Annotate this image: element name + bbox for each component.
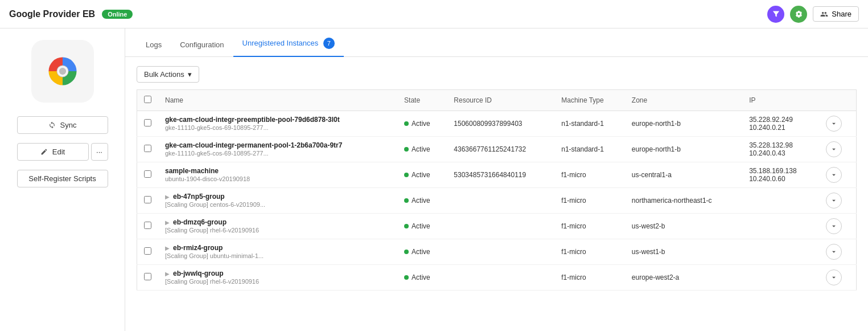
header-right: Share (767, 6, 859, 23)
chevron-down-icon (830, 222, 838, 230)
expand-icon[interactable]: ▶ (165, 219, 170, 226)
row-action-button[interactable] (826, 116, 842, 132)
col-machine-type: Machine Type (554, 90, 625, 111)
row-resource-id-cell (447, 265, 554, 291)
row-ip-cell: 35.228.92.24910.240.0.21 (742, 111, 819, 137)
state-label: Active (412, 273, 430, 281)
row-name-secondary: ubuntu-1904-disco-v20190918 (165, 175, 250, 182)
row-checkbox-cell (137, 214, 159, 239)
expand-icon[interactable]: ▶ (165, 194, 170, 200)
row-action-button[interactable] (826, 193, 842, 209)
row-name-secondary: [Scaling Group] rhel-6-v20190916 (165, 278, 259, 285)
row-checkbox-7[interactable] (144, 273, 151, 280)
row-state-cell: Active (397, 111, 447, 137)
state-label: Active (412, 248, 430, 256)
row-name-primary: gke-cam-cloud-integr-permanent-pool-1-2b… (165, 141, 342, 149)
row-name-secondary: [Scaling Group] ubuntu-minimal-1... (165, 252, 264, 259)
row-machine-type-cell: f1-micro (554, 265, 625, 291)
tab-logs[interactable]: Logs (137, 34, 171, 57)
row-name-cell: sample-machineubuntu-1904-disco-v2019091… (158, 162, 397, 188)
row-name-primary: eb-47np5-group (173, 193, 225, 201)
row-zone-cell: europe-west2-a (625, 265, 742, 291)
bulk-actions-button[interactable]: Bulk Actions ▾ (137, 66, 199, 83)
edit-row: Edit ··· (17, 143, 108, 161)
status-dot (404, 147, 409, 152)
col-state: State (397, 90, 447, 111)
row-ip-cell (742, 239, 819, 265)
row-action-cell (819, 265, 857, 291)
bulk-actions-label: Bulk Actions (144, 70, 184, 79)
col-zone: Zone (625, 90, 742, 111)
online-badge: Online (102, 10, 133, 19)
row-checkbox-4[interactable] (144, 196, 151, 203)
row-checkbox-3[interactable] (144, 170, 151, 178)
edit-label: Edit (52, 148, 65, 156)
row-action-button[interactable] (826, 141, 842, 157)
select-all-col (137, 90, 159, 111)
row-name-cell: ▶eb-jwwlq-group[Scaling Group] rhel-6-v2… (158, 265, 397, 291)
table-area: Bulk Actions ▾ Name State Resource ID Ma… (125, 57, 868, 331)
more-actions-button[interactable]: ··· (91, 143, 108, 161)
row-state-cell: Active (397, 265, 447, 291)
row-name-cell: ▶eb-47np5-group[Scaling Group] centos-6-… (158, 188, 397, 214)
row-machine-type-cell: n1-standard-1 (554, 137, 625, 162)
share-label: Share (832, 10, 851, 18)
select-all-checkbox[interactable] (144, 96, 151, 103)
filter-icon-button[interactable] (767, 6, 784, 23)
row-resource-id-cell: 5303485731664840119 (447, 162, 554, 188)
more-label: ··· (96, 148, 102, 156)
status-dot (404, 173, 409, 177)
state-label: Active (412, 222, 430, 230)
row-action-cell (819, 111, 857, 137)
chevron-down-icon (830, 248, 838, 256)
row-checkbox-5[interactable] (144, 222, 151, 229)
col-resource-id: Resource ID (447, 90, 554, 111)
row-name-primary: sample-machine (165, 167, 219, 175)
row-ip-cell (742, 214, 819, 239)
sync-button[interactable]: Sync (17, 116, 108, 134)
col-ip: IP (742, 90, 819, 111)
provider-title: Google Provider EB (9, 9, 95, 19)
status-dot (404, 121, 409, 126)
row-checkbox-cell (137, 188, 159, 214)
row-machine-type-cell: f1-micro (554, 188, 625, 214)
self-register-button[interactable]: Self-Register Scripts (17, 170, 108, 187)
row-name-cell: gke-cam-cloud-integr-permanent-pool-1-2b… (158, 137, 397, 162)
row-ip-cell (742, 265, 819, 291)
edit-button[interactable]: Edit (17, 143, 89, 161)
toolbar: Bulk Actions ▾ (137, 66, 857, 83)
ip-value: 10.240.0.60 (749, 175, 812, 183)
provider-logo (31, 40, 94, 103)
row-action-button[interactable] (826, 218, 842, 234)
gear-icon (795, 10, 803, 18)
row-checkbox-6[interactable] (144, 247, 151, 255)
ip-value: 35.188.169.138 (749, 167, 812, 175)
expand-icon[interactable]: ▶ (165, 271, 170, 277)
row-action-cell (819, 137, 857, 162)
settings-icon-button[interactable] (790, 6, 807, 23)
tab-configuration[interactable]: Configuration (171, 34, 233, 57)
chevron-down-icon (830, 120, 838, 128)
row-state-cell: Active (397, 137, 447, 162)
edit-icon (40, 148, 48, 156)
row-name-cell: ▶eb-dmzq6-group[Scaling Group] rhel-6-v2… (158, 214, 397, 239)
row-action-cell (819, 162, 857, 188)
expand-icon[interactable]: ▶ (165, 245, 170, 251)
share-button[interactable]: Share (813, 6, 859, 22)
table-row: ▶eb-rmiz4-group[Scaling Group] ubuntu-mi… (137, 239, 857, 265)
table-body: gke-cam-cloud-integr-preemptible-pool-79… (137, 111, 857, 291)
row-checkbox-2[interactable] (144, 145, 151, 152)
row-checkbox-1[interactable] (144, 119, 151, 126)
status-dot (404, 250, 409, 254)
row-action-button[interactable] (826, 167, 842, 183)
row-action-button[interactable] (826, 244, 842, 260)
state-label: Active (412, 197, 430, 205)
row-resource-id-cell (447, 239, 554, 265)
row-action-button[interactable] (826, 269, 842, 285)
row-name-secondary: gke-11110-gke5-cos-69-10895-277... (165, 124, 269, 131)
row-state-cell: Active (397, 239, 447, 265)
tab-unregistered-instances[interactable]: Unregistered Instances 7 (233, 31, 344, 57)
sync-label: Sync (60, 121, 77, 129)
share-icon (820, 10, 828, 18)
row-action-cell (819, 214, 857, 239)
